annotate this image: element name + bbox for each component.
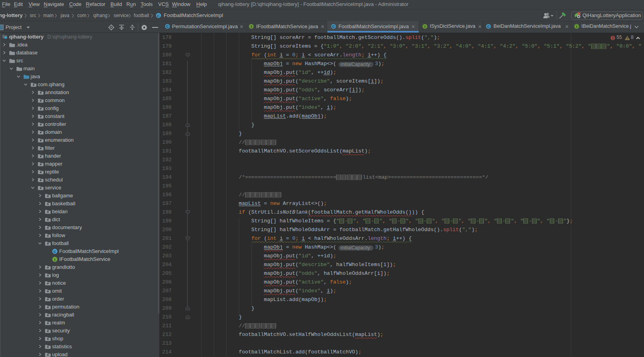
- svg-text:C: C: [54, 249, 56, 254]
- svg-text:C: C: [157, 14, 160, 18]
- svg-text:C: C: [487, 25, 490, 29]
- svg-text:I: I: [576, 25, 577, 29]
- svg-text:C: C: [166, 25, 169, 29]
- svg-text:I: I: [54, 257, 56, 262]
- svg-text:I: I: [424, 25, 425, 29]
- svg-text:I: I: [251, 25, 252, 29]
- svg-text:C: C: [332, 25, 335, 29]
